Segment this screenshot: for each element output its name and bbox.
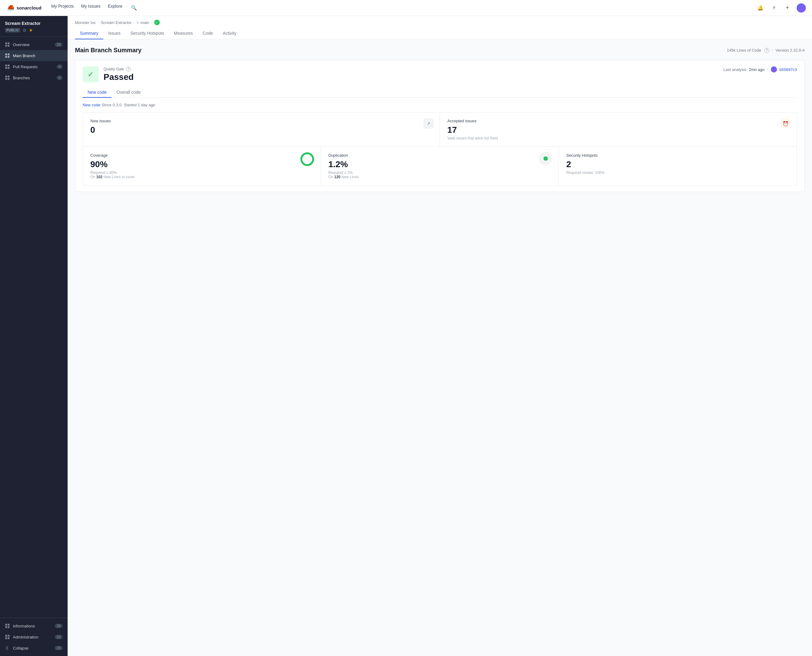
svg-rect-20 bbox=[5, 626, 7, 628]
tab-code[interactable]: Code bbox=[198, 28, 218, 39]
sidebar-item-main-branch[interactable]: Main Branch bbox=[0, 50, 68, 61]
breadcrumb-sep-2: › bbox=[133, 20, 135, 25]
svg-rect-4 bbox=[5, 45, 7, 47]
tab-security-hotspots[interactable]: Security Hotspots bbox=[125, 28, 169, 39]
coverage-donut-svg bbox=[300, 152, 315, 167]
quality-gate-status-indicator: ✓ bbox=[154, 20, 160, 25]
page-title-row: Main Branch Summary 145k Lines of Code ?… bbox=[75, 47, 804, 54]
security-hotspots-label: Security Hotspots bbox=[566, 153, 789, 158]
logo[interactable]: sonarcloud bbox=[6, 4, 42, 12]
nav-my-projects[interactable]: My Projects bbox=[51, 4, 74, 12]
main-branch-icon bbox=[5, 53, 10, 58]
top-nav: sonarcloud My Projects My Issues Explore… bbox=[0, 0, 812, 16]
user-avatar[interactable] bbox=[797, 3, 806, 12]
sidebar-label-branches: Branches bbox=[13, 76, 30, 80]
bell-icon[interactable]: 🔔 bbox=[756, 4, 765, 12]
sidebar-badge-pull-requests: 4 bbox=[57, 65, 63, 69]
svg-rect-21 bbox=[8, 626, 9, 628]
last-analysis-label: Last analysis bbox=[724, 67, 747, 72]
loc-help-icon[interactable]: ? bbox=[764, 48, 769, 53]
new-issues-label: New issues bbox=[90, 119, 432, 123]
nav-explore[interactable]: Explore bbox=[108, 4, 122, 12]
public-badge: PUBLIC bbox=[5, 28, 20, 32]
overall-code-tab[interactable]: Overall code bbox=[111, 87, 145, 98]
plus-icon[interactable]: + bbox=[783, 4, 792, 12]
quality-gate-label: Quality Gate ? bbox=[104, 67, 134, 71]
sidebar-project: Scream Extractor PUBLIC ⊙ ★ bbox=[0, 16, 68, 37]
pull-requests-icon bbox=[5, 64, 10, 69]
accepted-issues-value: 17 bbox=[447, 125, 789, 135]
sidebar-badge-informations: 23 bbox=[55, 624, 63, 628]
logo-text: sonarcloud bbox=[17, 5, 42, 11]
tab-issues[interactable]: Issues bbox=[103, 28, 125, 39]
new-code-link[interactable]: New code bbox=[83, 103, 101, 107]
quality-gate-status: Passed bbox=[104, 72, 134, 82]
code-tabs: New code Overall code bbox=[83, 87, 797, 98]
page-title: Main Branch Summary bbox=[75, 47, 142, 54]
coverage-label: Coverage bbox=[90, 153, 313, 158]
svg-rect-3 bbox=[8, 42, 9, 44]
coverage-value: 90% bbox=[90, 159, 313, 169]
breadcrumb-project[interactable]: Scream Extractor bbox=[101, 20, 131, 25]
coverage-donut bbox=[300, 152, 315, 168]
analysis-avatar bbox=[771, 67, 777, 73]
svg-point-27 bbox=[301, 153, 313, 165]
sidebar-item-administration[interactable]: Administration 23 bbox=[0, 631, 68, 642]
qg-help-icon[interactable]: ? bbox=[126, 67, 131, 71]
sub-nav: Summary Issues Security Hotspots Measure… bbox=[75, 28, 804, 39]
security-hotspots-sublabel: Required review: 100% bbox=[566, 170, 789, 175]
accepted-issues-clock-icon: ⏰ bbox=[781, 119, 790, 128]
accepted-issues-sublabel: Valid issues that were not fixed bbox=[447, 136, 789, 141]
nav-my-issues[interactable]: My Issues bbox=[81, 4, 101, 12]
svg-rect-9 bbox=[8, 56, 9, 58]
search-icon[interactable]: 🔍 bbox=[130, 4, 138, 12]
content-header: Monster Inc › Scream Extractor › ⑂ main … bbox=[68, 16, 812, 39]
accepted-issues-label: Accepted issues bbox=[447, 119, 789, 123]
tab-measures[interactable]: Measures bbox=[169, 28, 198, 39]
breadcrumb-sep-1: › bbox=[98, 20, 99, 25]
duplication-visual bbox=[539, 152, 552, 165]
metric-accepted-issues: Accepted issues 17 Valid issues that wer… bbox=[440, 113, 797, 147]
page-meta: 145k Lines of Code ? • Version 2.22.8-4 bbox=[727, 48, 804, 53]
sidebar-item-pull-requests[interactable]: Pull Requests 4 bbox=[0, 61, 68, 72]
svg-rect-24 bbox=[5, 637, 7, 639]
commit-hash-link[interactable]: b55697c3 bbox=[780, 67, 797, 72]
breadcrumb-branch-name[interactable]: main bbox=[141, 20, 149, 25]
quality-gate-checkmark-icon: ✓ bbox=[88, 70, 94, 79]
duplication-label: Duplication bbox=[328, 153, 551, 158]
analysis-time: 2mn ago bbox=[749, 67, 765, 72]
sidebar-label-collapse: Collapse bbox=[13, 646, 29, 650]
tab-activity[interactable]: Activity bbox=[218, 28, 241, 39]
duplication-lines-num: 120 bbox=[334, 175, 340, 179]
quality-gate-header: ✓ Quality Gate ? Passed Last analysis 2 bbox=[83, 67, 797, 82]
help-icon[interactable]: ? bbox=[770, 4, 778, 12]
sidebar-badge-administration: 23 bbox=[55, 635, 63, 639]
new-issues-value: 0 bbox=[90, 125, 432, 135]
github-icon[interactable]: ⊙ bbox=[23, 28, 26, 32]
new-code-tab[interactable]: New code bbox=[83, 87, 111, 98]
sidebar-item-informations[interactable]: Informations 23 bbox=[0, 620, 68, 631]
svg-rect-13 bbox=[8, 67, 9, 69]
svg-rect-12 bbox=[5, 67, 7, 69]
new-code-version: Since 0.3.0. bbox=[101, 103, 122, 107]
tab-summary[interactable]: Summary bbox=[75, 28, 103, 39]
svg-rect-22 bbox=[5, 635, 7, 637]
svg-rect-16 bbox=[5, 78, 7, 80]
duplication-sublabel-lines: On 120 New Lines bbox=[328, 175, 551, 179]
sidebar-item-branches[interactable]: Branches 5 bbox=[0, 72, 68, 83]
svg-rect-19 bbox=[8, 624, 9, 626]
svg-rect-17 bbox=[8, 78, 9, 80]
breadcrumb-org[interactable]: Monster Inc bbox=[75, 20, 96, 25]
collapse-icon bbox=[5, 645, 10, 650]
duplication-sublabel-required: Required ≤ 2% bbox=[328, 170, 551, 175]
sidebar-item-collapse[interactable]: Collapse 23 bbox=[0, 642, 68, 653]
sidebar-item-overview[interactable]: Overview 23 bbox=[0, 39, 68, 50]
new-issues-link-icon[interactable]: ↗ bbox=[424, 119, 433, 128]
svg-rect-23 bbox=[8, 635, 9, 637]
top-nav-right: 🔔 ? + bbox=[756, 3, 806, 12]
star-icon[interactable]: ★ bbox=[29, 28, 33, 32]
sonarcloud-logo-icon bbox=[6, 4, 15, 12]
svg-rect-10 bbox=[5, 65, 7, 67]
project-name: Scream Extractor bbox=[5, 21, 63, 26]
breadcrumb-sep-3: › bbox=[151, 20, 152, 25]
